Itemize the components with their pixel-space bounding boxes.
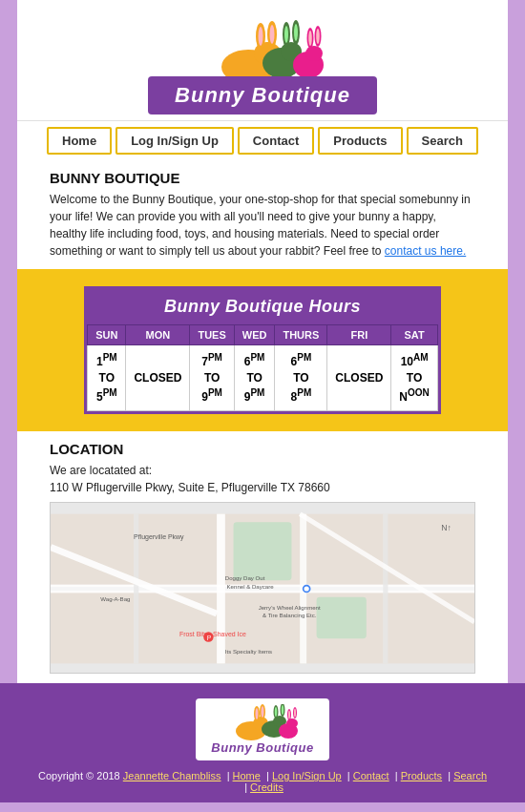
location-subtitle: We are locatated at:	[50, 462, 475, 479]
svg-point-59	[294, 709, 296, 718]
svg-point-4	[259, 27, 263, 46]
footer: Bunny Boutique Copyright © 2018 Jeannett…	[0, 683, 525, 802]
svg-text:& Tire Balancing Etc.: & Tire Balancing Etc.	[262, 612, 317, 618]
intro-section: BUNNY BOUTIQUE Welcome to the Bunny Bout…	[34, 160, 491, 269]
footer-credits-link[interactable]: Credits	[250, 781, 284, 793]
nav-bar: Home Log In/Sign Up Contact Products Sea…	[17, 120, 508, 160]
svg-point-11	[294, 24, 298, 41]
map-container: Pflugerville Pkwy Doggy Day Out Kennel &…	[34, 502, 491, 683]
svg-point-13	[305, 46, 323, 61]
footer-logo-title: Bunny Boutique	[211, 740, 313, 755]
nav-contact[interactable]: Contact	[238, 127, 314, 155]
nav-search[interactable]: Search	[407, 127, 478, 155]
hours-section: Bunny Boutique Hours SUN MON TUES WED TH…	[17, 269, 508, 431]
svg-rect-28	[317, 597, 367, 639]
svg-text:Its Specialty Items: Its Specialty Items	[225, 648, 272, 655]
footer-copyright: Copyright © 2018 Jeannette Chambliss | H…	[17, 770, 508, 793]
col-sat: SAT	[391, 325, 437, 345]
footer-search-link[interactable]: Search	[453, 770, 487, 781]
time-wed: 6PMTO9PM	[234, 345, 275, 411]
svg-point-53	[282, 705, 284, 715]
col-sun: SUN	[88, 325, 126, 345]
svg-rect-24	[383, 514, 388, 664]
map-image: Pflugerville Pkwy Doggy Day Out Kennel &…	[50, 502, 475, 674]
svg-text:P: P	[207, 635, 212, 641]
location-section: LOCATION We are locatated at: 110 W Pflu…	[34, 431, 491, 502]
svg-text:Pflugerville Pkwy: Pflugerville Pkwy	[134, 533, 184, 541]
footer-products-link[interactable]: Products	[401, 770, 442, 781]
svg-point-58	[288, 711, 290, 719]
svg-text:Jerry's Wheel Alignment: Jerry's Wheel Alignment	[259, 604, 321, 611]
svg-point-55	[286, 718, 298, 728]
location-address: 110 W Pflugerville Pkwy, Suite E, Pfluge…	[50, 479, 475, 496]
col-fri: FRI	[327, 325, 391, 345]
col-mon: MON	[126, 325, 190, 345]
location-content: LOCATION We are locatated at: 110 W Pflu…	[17, 431, 508, 683]
hours-table: SUN MON TUES WED THURS FRI SAT 1PMTO5PM …	[87, 324, 438, 411]
time-sun: 1PMTO5PM	[88, 345, 126, 411]
svg-point-16	[308, 31, 312, 46]
location-title: LOCATION	[50, 441, 475, 457]
svg-point-40	[304, 587, 309, 592]
footer-author-link[interactable]: Jeannette Chambliss	[123, 770, 221, 781]
logo-area: Bunny Boutique	[148, 10, 377, 120]
svg-point-52	[275, 707, 277, 717]
col-thurs: THURS	[275, 325, 327, 345]
nav-login[interactable]: Log In/Sign Up	[116, 127, 234, 155]
svg-point-46	[255, 708, 258, 719]
map-svg: Pflugerville Pkwy Doggy Day Out Kennel &…	[51, 503, 474, 674]
footer-login-link[interactable]: Log In/Sign Up	[272, 770, 342, 781]
footer-logo-box: Bunny Boutique	[196, 698, 328, 760]
time-sat: 10AMTONOON	[391, 345, 437, 411]
intro-title: BUNNY BOUTIQUE	[50, 170, 475, 186]
svg-rect-21	[217, 514, 225, 664]
svg-point-5	[270, 25, 275, 44]
contact-link[interactable]: contact us here.	[385, 244, 466, 258]
footer-bunny-icon	[224, 704, 301, 740]
main-content: BUNNY BOUTIQUE Welcome to the Bunny Bout…	[17, 160, 508, 269]
time-tues: 7PMTO9PM	[190, 345, 234, 411]
header: Bunny Boutique	[17, 0, 508, 120]
footer-contact-link[interactable]: Contact	[353, 770, 389, 781]
hours-table-wrapper: Bunny Boutique Hours SUN MON TUES WED TH…	[84, 286, 441, 414]
svg-text:N↑: N↑	[441, 523, 452, 532]
svg-point-47	[261, 706, 263, 718]
bunny-logo-icon	[196, 17, 329, 84]
col-tues: TUES	[190, 325, 234, 345]
svg-point-17	[316, 29, 320, 44]
time-fri: CLOSED	[327, 345, 391, 411]
nav-products[interactable]: Products	[318, 127, 402, 155]
svg-text:Doggy Day Out: Doggy Day Out	[225, 575, 265, 582]
hours-title: Bunny Boutique Hours	[87, 289, 438, 324]
site-title: Bunny Boutique	[148, 76, 377, 115]
nav-home[interactable]: Home	[47, 127, 112, 155]
svg-text:Kennel & Daycare: Kennel & Daycare	[227, 583, 275, 590]
svg-rect-27	[234, 523, 292, 581]
footer-home-link[interactable]: Home	[233, 770, 261, 781]
time-mon: CLOSED	[126, 345, 190, 411]
page-wrapper: Bunny Boutique Home Log In/Sign Up Conta…	[0, 0, 525, 812]
col-wed: WED	[234, 325, 275, 345]
time-thurs: 6PMTO8PM	[275, 345, 327, 411]
intro-body: Welcome to the Bunny Boutique, your one-…	[50, 191, 475, 260]
svg-text:Wag-A-Bag: Wag-A-Bag	[100, 595, 130, 602]
svg-point-10	[284, 26, 288, 43]
